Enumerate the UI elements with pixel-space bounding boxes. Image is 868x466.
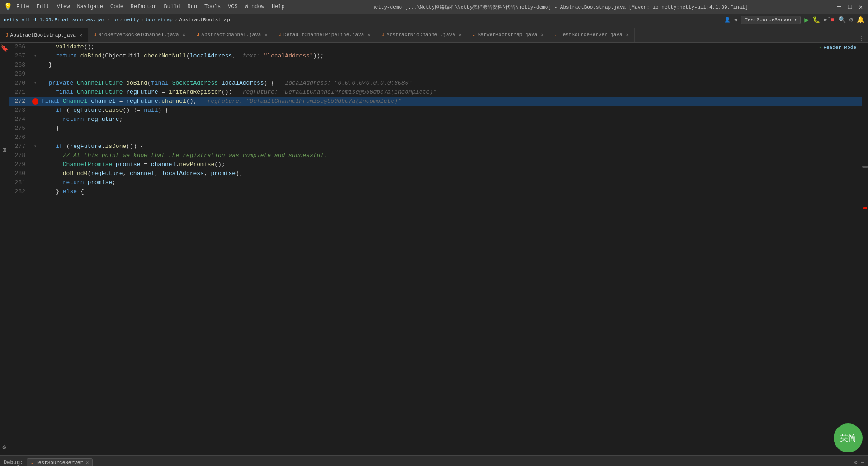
structure-icon[interactable]: ⊞: [2, 146, 6, 154]
settings-left-icon[interactable]: ⚙: [2, 443, 6, 451]
breakpoint-indicator: [863, 207, 867, 209]
run-button[interactable]: ▶: [804, 15, 809, 24]
tab-close-dcp[interactable]: ✕: [368, 32, 370, 38]
run-config-label: TestSourceServer: [745, 17, 793, 23]
tab-defaultchannelpipeline[interactable]: J DefaultChannelPipeline.java ✕: [273, 28, 376, 42]
settings-icon[interactable]: ⚙: [849, 16, 853, 24]
breadcrumb-jar[interactable]: netty-all-4.1.39.Final-sources.jar: [4, 17, 105, 23]
tab-close-abstractchannel[interactable]: ✕: [264, 32, 267, 38]
maximize-button[interactable]: □: [846, 3, 854, 10]
left-gutter: 🔖 ⊞ ⚙: [0, 43, 9, 455]
tab-close-sb[interactable]: ✕: [541, 32, 543, 38]
menu-navigate[interactable]: Navigate: [77, 4, 103, 10]
menu-file[interactable]: File: [16, 4, 29, 10]
code-line-266: 266 validate();: [9, 43, 862, 52]
menu-vcs[interactable]: VCS: [228, 4, 238, 10]
menu-bar: File Edit View Navigate Code Refactor Bu…: [16, 4, 285, 10]
code-line-278: 278 // At this point we know that the re…: [9, 151, 862, 160]
breadcrumb-bootstrap[interactable]: bootstrap: [146, 17, 172, 23]
code-line-267: 267 ▾ return doBind(ObjectUtil.checkNotN…: [9, 52, 862, 61]
menu-window[interactable]: Window: [245, 4, 264, 10]
code-line-269: 269: [9, 70, 862, 79]
stop-button[interactable]: ■: [830, 16, 834, 24]
ime-label: 英简: [840, 433, 856, 443]
code-line-277: 277 ▾ if (regFuture.isDone()) {: [9, 142, 862, 151]
notifications-icon[interactable]: 🔔: [857, 16, 864, 24]
run-controls: 👤 ◀ TestSourceServer ▼ ▶ 🐛 ▶̈ ■ 🔍 ⚙ 🔔: [724, 15, 864, 24]
debug-session-close[interactable]: ✕: [86, 460, 89, 466]
menu-help[interactable]: Help: [272, 4, 285, 10]
window-controls: ─ □ ✕: [835, 3, 864, 10]
breadcrumb-bar: netty-all-4.1.39.Final-sources.jar › io …: [0, 14, 868, 26]
run-with-coverage[interactable]: ▶̈: [824, 16, 827, 23]
close-button[interactable]: ✕: [857, 3, 864, 10]
menu-edit[interactable]: Edit: [37, 4, 50, 10]
dropdown-icon: ▼: [794, 18, 797, 22]
title-bar: 💡 File Edit View Navigate Code Refactor …: [0, 0, 868, 14]
tab-bar: J AbstractBootstrap.java ✕ J NioServerSo…: [0, 26, 868, 43]
tab-abstractchannel[interactable]: J AbstractChannel.java ✕: [191, 28, 274, 42]
editor-scrollbar[interactable]: [862, 43, 868, 455]
code-line-274: 274 return regFuture;: [9, 115, 862, 124]
user-icon[interactable]: 👤: [724, 17, 731, 23]
code-line-270: 270 ▾ private ChannelFuture doBind(final…: [9, 79, 862, 88]
debug-label: Debug:: [4, 460, 23, 466]
minimize-button[interactable]: ─: [835, 3, 843, 10]
tab-serverbootstrap[interactable]: J ServerBootstrap.java ✕: [467, 28, 550, 42]
java-icon6: J: [473, 32, 476, 38]
ime-button[interactable]: 英简: [834, 423, 863, 452]
settings-debug-icon[interactable]: ⚙: [854, 459, 858, 466]
java-icon5: J: [382, 32, 385, 38]
code-line-279: 279 ChannelPromise promise = channel.new…: [9, 160, 862, 169]
tab-more-icon[interactable]: ⋮: [859, 35, 864, 42]
tab-close-tss[interactable]: ✕: [626, 32, 629, 38]
code-line-275: 275 }: [9, 124, 862, 133]
menu-build[interactable]: Build: [164, 4, 180, 10]
code-line-280: 280 doBind0(regFuture, channel, localAdd…: [9, 169, 862, 178]
reader-mode-button[interactable]: ✓ Reader Mode: [819, 44, 856, 50]
code-line-271: 271 final ChannelFuture regFuture = init…: [9, 88, 862, 97]
menu-run[interactable]: Run: [187, 4, 197, 10]
breadcrumb-netty[interactable]: netty: [124, 17, 139, 23]
reader-check-icon: ✓: [819, 44, 822, 50]
search-everywhere[interactable]: 🔍: [838, 16, 846, 24]
minimize-debug-icon[interactable]: ─: [861, 460, 864, 466]
breadcrumb-io[interactable]: io: [112, 17, 118, 23]
debug-session-label: TestSourceServer: [35, 460, 83, 466]
code-line-268: 268 }: [9, 61, 862, 70]
code-line-282: 282 } else {: [9, 187, 862, 196]
tab-close-nio[interactable]: ✕: [183, 32, 185, 38]
back-arrow[interactable]: ◀: [734, 17, 737, 23]
menu-tools[interactable]: Tools: [204, 4, 221, 10]
java-icon7: J: [555, 32, 558, 38]
code-line-281: 281 return promise;: [9, 178, 862, 187]
java-icon: J: [5, 33, 9, 38]
app-icon: 💡: [4, 2, 13, 11]
menu-refactor[interactable]: Refactor: [131, 4, 157, 10]
tab-close-abstractbootstrap[interactable]: ✕: [80, 33, 82, 38]
window-title: netty-demo [...\Netty网络编程\Netty教程源码资料\代码…: [288, 4, 832, 10]
code-line-272: 272 final Channel channel = regFuture.ch…: [9, 97, 862, 106]
breakpoint-272[interactable]: [32, 98, 38, 105]
scrollbar-thumb[interactable]: [862, 166, 868, 168]
main-layout: 🔖 ⊞ ⚙ ✓ Reader Mode 266 validate(); 267 …: [0, 43, 868, 455]
menu-code[interactable]: Code: [110, 4, 123, 10]
debug-session-selector[interactable]: J TestSourceServer ✕: [27, 458, 93, 466]
code-editor[interactable]: 266 validate(); 267 ▾ return doBind(Obje…: [9, 43, 862, 455]
java-icon3: J: [197, 32, 200, 38]
debug-panel: Debug: J TestSourceServer ✕ ⚙ ─ ▶ ↷ ↓ ↑ …: [0, 455, 868, 466]
tab-testsourceserver[interactable]: J TestSourceServer.java ✕: [549, 28, 634, 42]
debug-button[interactable]: 🐛: [812, 16, 820, 24]
tab-abstractbootstrap[interactable]: J AbstractBootstrap.java ✕: [0, 28, 88, 42]
tab-close-anc[interactable]: ✕: [459, 32, 462, 38]
tab-abstractniochannel[interactable]: J AbstractNioChannel.java ✕: [376, 28, 467, 42]
java-icon-debug: J: [31, 460, 33, 465]
menu-view[interactable]: View: [57, 4, 70, 10]
tab-nioserversocketchannel[interactable]: J NioServerSocketChannel.java ✕: [88, 28, 191, 42]
run-config-selector[interactable]: TestSourceServer ▼: [741, 16, 801, 24]
bookmark-icon[interactable]: 🔖: [0, 44, 8, 52]
reader-mode-label: Reader Mode: [823, 45, 856, 50]
code-line-276: 276: [9, 133, 862, 142]
code-line-273: 273 if (regFuture.cause() != null) {: [9, 106, 862, 115]
breadcrumb-class[interactable]: AbstractBootstrap: [179, 17, 230, 23]
